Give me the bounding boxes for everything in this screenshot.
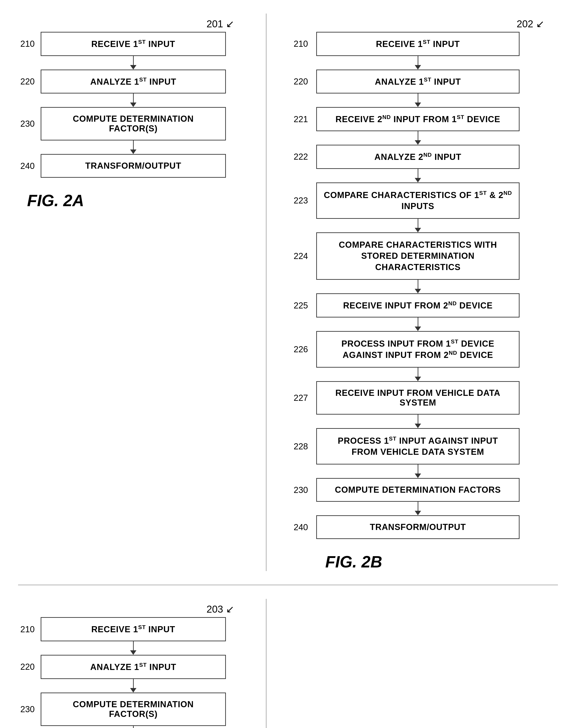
- fig2b-box-240: TRANSFORM/OUTPUT: [316, 515, 520, 539]
- fig2b-arrow7: [316, 317, 520, 331]
- fig2c-box-220: ANALYZE 1ST INPUT: [41, 655, 226, 679]
- fig2b-aline4: [417, 169, 418, 179]
- fig2b-aline1: [417, 56, 418, 66]
- fig2b-box-228: PROCESS 1ST INPUT AGAINST INPUT FROM VEH…: [316, 428, 520, 464]
- fig2c-step-220: 220 ANALYZE 1ST INPUT: [41, 655, 248, 679]
- fig2b-arrow4: [316, 169, 520, 182]
- arrow1: [41, 56, 226, 69]
- fig2b-ahead9: [415, 424, 421, 428]
- fig2c-ahead2: [130, 688, 137, 693]
- fig2b-step-228: 228 PROCESS 1ST INPUT AGAINST INPUT FROM…: [316, 428, 558, 464]
- fig2b-step240-label: 240: [294, 522, 308, 532]
- fig2b-aline3: [417, 131, 418, 141]
- fig2b-step-225: 225 RECEIVE INPUT FROM 2ND DEVICE: [316, 293, 558, 317]
- fig2b-step-220: 220 ANALYZE 1ST INPUT: [316, 69, 558, 94]
- fig2b-aline10: [417, 464, 418, 475]
- fig2b-arrow2: [316, 93, 520, 107]
- fig2c-arrow2: [41, 679, 226, 693]
- fig2b-step221-label: 221: [294, 114, 308, 124]
- fig2b-aline11: [417, 502, 418, 512]
- fig2b-ahead7: [415, 327, 421, 331]
- fig2b-box-222: ANALYZE 2ND INPUT: [316, 145, 520, 169]
- fig2c-step-210: 210 RECEIVE 1ST INPUT: [41, 617, 248, 641]
- fig2b-arrow11: [316, 502, 520, 515]
- fig2b-ahead1: [415, 65, 421, 69]
- fig2a-box-220: ANALYZE 1ST INPUT: [41, 69, 226, 94]
- fig2b-aline2: [417, 93, 418, 104]
- fig2c-ref: 203 ↙: [18, 603, 248, 615]
- fig2b-step223-label: 223: [294, 196, 308, 206]
- fig2b-ref: 202 ↙: [289, 18, 558, 30]
- fig2a-diagram: 201 ↙ 210 RECEIVE 1ST INPUT 220: [18, 18, 248, 210]
- fig2b-step-221: 221 RECEIVE 2ND INPUT FROM 1ST DEVICE: [316, 107, 558, 131]
- fig2b-arrow9: [316, 415, 520, 428]
- fig2b-ahead10: [415, 474, 421, 478]
- arrow-head-2: [130, 102, 137, 107]
- fig2b-step-222: 222 ANALYZE 2ND INPUT: [316, 145, 558, 169]
- arrow2: [41, 93, 226, 107]
- fig2c-column: 203 ↙ 210 RECEIVE 1ST INPUT 220: [18, 599, 266, 728]
- fig2b-arrow3: [316, 131, 520, 145]
- fig2b-box-221: RECEIVE 2ND INPUT FROM 1ST DEVICE: [316, 107, 520, 131]
- fig2a-box-210: RECEIVE 1ST INPUT: [41, 32, 226, 56]
- fig2b-step-226: 226 PROCESS INPUT FROM 1ST DEVICE AGAINS…: [316, 331, 558, 368]
- arrow3: [41, 141, 226, 154]
- fig2b-arrow8: [316, 368, 520, 381]
- fig2a-step240-label: 240: [20, 161, 34, 171]
- fig2b-label: FIG. 2B: [325, 552, 558, 571]
- fig2b-ahead8: [415, 377, 421, 381]
- fig2a-column: 201 ↙ 210 RECEIVE 1ST INPUT 220: [18, 13, 266, 571]
- fig2a-step220-label: 220: [20, 77, 34, 86]
- fig2b-step-223: 223 COMPARE CHARACTERISTICS OF 1ST & 2ND…: [316, 182, 558, 219]
- fig2c-box-210: RECEIVE 1ST INPUT: [41, 617, 226, 641]
- bottom-half: 203 ↙ 210 RECEIVE 1ST INPUT 220: [18, 585, 558, 728]
- fig2c-step220-label: 220: [20, 662, 34, 672]
- bottom-right-empty: [266, 599, 558, 728]
- fig2b-arrow6: [316, 280, 520, 293]
- fig2a-box-240: TRANSFORM/OUTPUT: [41, 154, 226, 178]
- arrow-line-3: [133, 141, 134, 151]
- fig2c-arrow3: [41, 726, 226, 728]
- fig2b-box-226: PROCESS INPUT FROM 1ST DEVICE AGAINST IN…: [316, 331, 520, 368]
- fig2a-label: FIG. 2A: [27, 191, 248, 210]
- fig2b-aline9: [417, 415, 418, 425]
- fig2a-step-240: 240 TRANSFORM/OUTPUT: [41, 154, 248, 178]
- fig2b-box-220: ANALYZE 1ST INPUT: [316, 69, 520, 94]
- fig2b-ahead2: [415, 102, 421, 107]
- fig2b-box-223: COMPARE CHARACTERISTICS OF 1ST & 2ND INP…: [316, 182, 520, 219]
- fig2b-aline7: [417, 317, 418, 328]
- fig2b-ahead6: [415, 289, 421, 293]
- fig2c-box-230: COMPUTE DETERMINATION FACTOR(S): [41, 693, 226, 726]
- fig2b-box-227: RECEIVE INPUT FROM VEHICLE DATA SYSTEM: [316, 381, 520, 415]
- fig2b-step230-label: 230: [294, 485, 308, 495]
- fig2b-ahead5: [415, 228, 421, 232]
- fig2b-aline6: [417, 280, 418, 290]
- fig2b-box-210: RECEIVE 1ST INPUT: [316, 32, 520, 56]
- fig2c-step230-label: 230: [20, 704, 34, 714]
- fig2b-ahead3: [415, 140, 421, 145]
- fig2b-aline5: [417, 219, 418, 229]
- fig2b-step228-label: 228: [294, 442, 308, 451]
- fig2c-aline1: [133, 641, 134, 651]
- fig2c-diagram: 203 ↙ 210 RECEIVE 1ST INPUT 220: [18, 603, 248, 728]
- fig2b-step-224: 224 COMPARE CHARACTERISTICS WITH STORED …: [316, 232, 558, 280]
- fig2b-step224-label: 224: [294, 251, 308, 261]
- fig2c-ahead1: [130, 650, 137, 655]
- fig2b-box-224: COMPARE CHARACTERISTICS WITH STORED DETE…: [316, 232, 520, 280]
- fig2b-step210-label: 210: [294, 39, 308, 49]
- fig2a-step210-label: 210: [20, 39, 34, 49]
- fig2b-column: 202 ↙ 210 RECEIVE 1ST INPUT 220: [266, 13, 558, 571]
- fig2b-arrow1: [316, 56, 520, 69]
- fig2b-step227-label: 227: [294, 393, 308, 403]
- top-half: 201 ↙ 210 RECEIVE 1ST INPUT 220: [18, 13, 558, 585]
- fig2c-step-230: 230 COMPUTE DETERMINATION FACTOR(S): [41, 693, 248, 726]
- arrow-head-3: [130, 150, 137, 154]
- fig2b-step-227: 227 RECEIVE INPUT FROM VEHICLE DATA SYST…: [316, 381, 558, 415]
- page: 201 ↙ 210 RECEIVE 1ST INPUT 220: [0, 0, 576, 728]
- fig2b-aline8: [417, 368, 418, 378]
- fig2b-step220-label: 220: [294, 77, 308, 86]
- fig2b-step-230: 230 COMPUTE DETERMINATION FACTORS: [316, 478, 558, 502]
- fig2b-label-container: FIG. 2B: [316, 552, 558, 571]
- fig2a-step-210: 210 RECEIVE 1ST INPUT: [41, 32, 248, 56]
- fig2b-ahead4: [415, 178, 421, 182]
